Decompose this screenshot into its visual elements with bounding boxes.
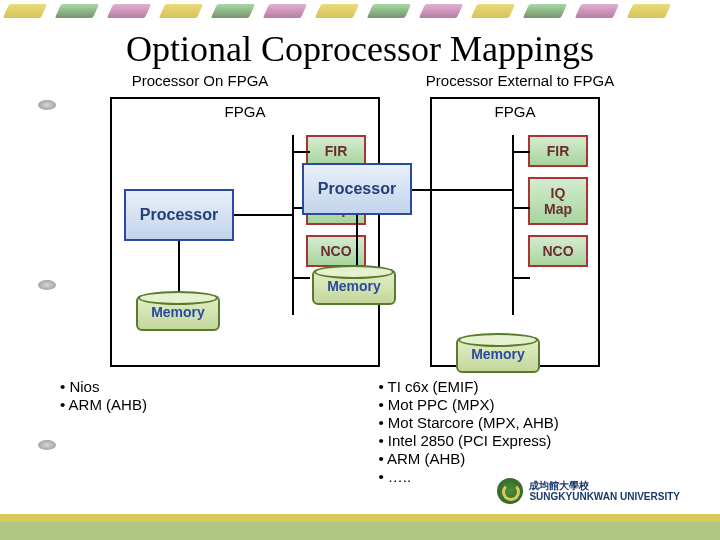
processor-block-right: Processor bbox=[302, 163, 412, 215]
iqmap-block-right: IQ Map bbox=[528, 177, 588, 225]
bullet: • Intel 2850 (PCI Express) bbox=[378, 432, 660, 449]
wire bbox=[512, 277, 530, 279]
subtitles-row: Processor On FPGA Processor External to … bbox=[40, 72, 680, 89]
memory-label-right-1: Memory bbox=[312, 278, 396, 294]
fpga-right-box: FPGA FIR IQ Map NCO Processor Memory Mem… bbox=[430, 97, 600, 367]
wire bbox=[178, 241, 180, 291]
footer-bars bbox=[0, 514, 720, 540]
bullets-left: • Nios • ARM (AHB) bbox=[60, 377, 308, 486]
wire bbox=[292, 151, 310, 153]
bullet: • ARM (AHB) bbox=[378, 450, 660, 467]
wire bbox=[234, 214, 292, 216]
bullets-right: • TI c6x (EMIF) • Mot PPC (MPX) • Mot St… bbox=[378, 377, 660, 486]
bullet: • ARM (AHB) bbox=[60, 396, 308, 413]
wire bbox=[356, 215, 358, 265]
logo-text-english: SUNGKYUNKWAN UNIVERSITY bbox=[529, 491, 680, 502]
bead-icon bbox=[38, 440, 56, 450]
bullet: • Nios bbox=[60, 378, 308, 395]
bus-vertical bbox=[292, 135, 294, 315]
wire bbox=[292, 277, 310, 279]
subtitle-left: Processor On FPGA bbox=[50, 72, 350, 89]
bus-vertical bbox=[512, 135, 514, 315]
wire-to-proc bbox=[412, 189, 512, 191]
bead-icon bbox=[38, 100, 56, 110]
wire bbox=[512, 207, 530, 209]
processor-block-left: Processor bbox=[124, 189, 234, 241]
page-title: Optional Coprocessor Mappings bbox=[0, 28, 720, 70]
bullet: • TI c6x (EMIF) bbox=[378, 378, 660, 395]
fpga-left-box: FPGA FIR IQ Map NCO Processor Memory bbox=[110, 97, 380, 367]
university-logo: 成均館大學校 SUNGKYUNKWAN UNIVERSITY bbox=[497, 478, 680, 504]
bullet: • Mot Starcore (MPX, AHB) bbox=[378, 414, 660, 431]
logo-text-korean: 成均館大學校 bbox=[529, 480, 680, 491]
bead-icon bbox=[38, 280, 56, 290]
decorative-erasers bbox=[0, 0, 720, 22]
wire bbox=[512, 151, 530, 153]
fpga-right-label: FPGA bbox=[432, 103, 598, 120]
fpga-left-label: FPGA bbox=[112, 103, 378, 120]
fir-block-right: FIR bbox=[528, 135, 588, 167]
memory-label-left: Memory bbox=[136, 304, 220, 320]
memory-label-right-2: Memory bbox=[456, 346, 540, 362]
nco-block-right: NCO bbox=[528, 235, 588, 267]
bullet: • Mot PPC (MPX) bbox=[378, 396, 660, 413]
subtitle-right: Processor External to FPGA bbox=[370, 72, 670, 89]
logo-icon bbox=[497, 478, 523, 504]
